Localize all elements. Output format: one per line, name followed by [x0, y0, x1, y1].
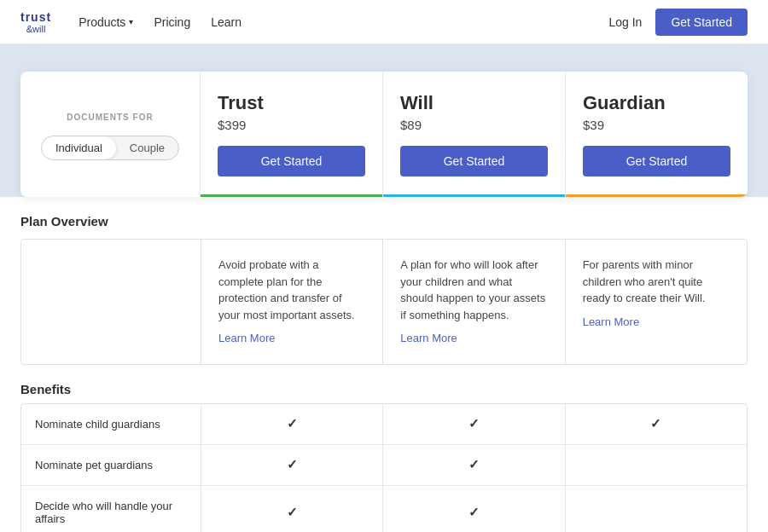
- guardian-learn-more-link[interactable]: Learn More: [583, 314, 730, 331]
- benefit-name: Nominate pet guardians: [21, 445, 201, 485]
- will-plan-column: Will $89 Get Started: [382, 72, 565, 197]
- benefit-trust-check: ✓: [201, 486, 382, 533]
- trust-plan-name: Trust: [218, 92, 365, 114]
- header-get-started-button[interactable]: Get Started: [655, 9, 748, 36]
- content-area: Plan Overview Avoid probate with a compl…: [0, 197, 768, 532]
- individual-couple-toggle[interactable]: Individual Couple: [41, 136, 179, 160]
- header: trust &will Products ▾ Pricing Learn Log…: [0, 0, 768, 44]
- will-overview-cell: A plan for who will look after your chil…: [382, 240, 564, 364]
- login-button[interactable]: Log In: [608, 15, 642, 29]
- plan-overview-grid: Avoid probate with a complete plan for t…: [20, 239, 748, 365]
- logo-top: trust: [20, 10, 51, 24]
- checkmark-icon: ✓: [650, 416, 661, 431]
- logo-bottom: &will: [26, 24, 46, 34]
- table-row: Decide who will handle your affairs✓✓: [21, 486, 747, 533]
- benefit-guardian-check: [565, 445, 747, 485]
- benefits-table: Nominate child guardians✓✓✓Nominate pet …: [20, 403, 748, 533]
- will-plan-price: $89: [400, 118, 548, 132]
- trust-plan-column: Trust $399 Get Started: [200, 72, 382, 197]
- benefit-will-check: ✓: [382, 486, 564, 533]
- trust-overview-cell: Avoid probate with a complete plan for t…: [201, 240, 382, 364]
- guardian-plan-column: Guardian $39 Get Started: [565, 72, 748, 197]
- benefits-heading: Benefits: [20, 365, 748, 396]
- benefit-name: Nominate child guardians: [21, 404, 201, 444]
- will-get-started-button[interactable]: Get Started: [400, 146, 548, 176]
- checkmark-icon: ✓: [468, 505, 480, 520]
- header-right: Log In Get Started: [608, 9, 748, 36]
- trust-plan-price: $399: [218, 118, 365, 132]
- benefit-trust-check: ✓: [201, 445, 382, 485]
- plan-overview-heading: Plan Overview: [20, 197, 748, 239]
- overview-empty-cell: [21, 240, 201, 364]
- table-row: Nominate pet guardians✓✓: [21, 445, 747, 486]
- logo: trust &will: [20, 10, 51, 34]
- benefit-name: Decide who will handle your affairs: [21, 486, 201, 533]
- main-nav: Products ▾ Pricing Learn: [79, 15, 608, 29]
- nav-learn[interactable]: Learn: [211, 15, 241, 29]
- trust-learn-more-link[interactable]: Learn More: [218, 330, 365, 347]
- benefit-trust-check: ✓: [201, 404, 382, 444]
- checkmark-icon: ✓: [287, 505, 298, 520]
- chevron-down-icon: ▾: [129, 17, 133, 26]
- benefit-guardian-check: [565, 486, 747, 533]
- will-learn-more-link[interactable]: Learn More: [400, 330, 547, 347]
- guardian-plan-price: $39: [583, 118, 730, 132]
- hero-section: DOCUMENTS FOR Individual Couple Trust $3…: [0, 44, 768, 197]
- checkmark-icon: ✓: [287, 457, 298, 472]
- guardian-plan-name: Guardian: [583, 92, 730, 114]
- checkmark-icon: ✓: [287, 416, 298, 431]
- documents-for-column: DOCUMENTS FOR Individual Couple: [20, 72, 200, 197]
- individual-toggle-btn[interactable]: Individual: [42, 136, 116, 159]
- trust-get-started-button[interactable]: Get Started: [218, 146, 365, 176]
- will-plan-name: Will: [400, 92, 548, 114]
- pricing-table: DOCUMENTS FOR Individual Couple Trust $3…: [20, 72, 748, 197]
- checkmark-icon: ✓: [468, 416, 480, 431]
- nav-products[interactable]: Products ▾: [79, 15, 133, 29]
- table-row: Nominate child guardians✓✓✓: [21, 404, 747, 445]
- couple-toggle-btn[interactable]: Couple: [116, 136, 178, 159]
- benefit-will-check: ✓: [382, 404, 564, 444]
- nav-pricing[interactable]: Pricing: [154, 15, 190, 29]
- benefit-guardian-check: ✓: [565, 404, 747, 444]
- guardian-overview-cell: For parents with minor children who aren…: [565, 240, 747, 364]
- checkmark-icon: ✓: [468, 457, 480, 472]
- benefit-will-check: ✓: [382, 445, 564, 485]
- guardian-get-started-button[interactable]: Get Started: [583, 146, 730, 176]
- documents-for-label: DOCUMENTS FOR: [67, 113, 153, 122]
